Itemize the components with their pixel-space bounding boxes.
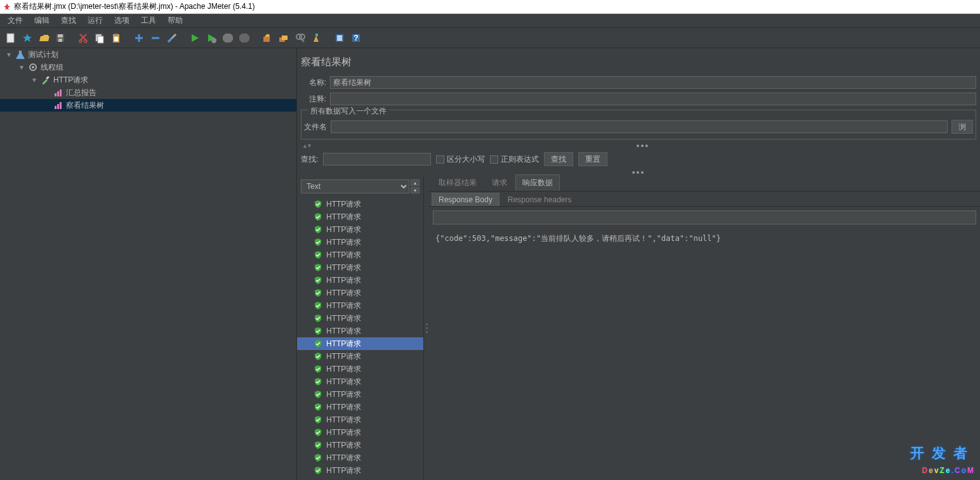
tb-shutdown[interactable]: [237, 31, 251, 45]
sample-result-row[interactable]: HTTP请求: [297, 401, 423, 413]
tb-cut[interactable]: [76, 31, 90, 45]
tab-request[interactable]: 请求: [485, 174, 514, 191]
sample-result-row[interactable]: HTTP请求: [297, 375, 423, 388]
results-list-panel: Text ▴ ▾ HTTP请求HTTP请求HTTP请求HTTP请求HTTP请求H…: [297, 176, 424, 480]
sample-result-label: HTTP请求: [326, 389, 361, 400]
tree-node[interactable]: ▾HTTP请求: [0, 74, 296, 86]
collapse-handle-1[interactable]: ▲▼ •••: [297, 142, 980, 150]
name-label: 名称:: [301, 77, 326, 88]
tb-function-helper[interactable]: [333, 31, 347, 45]
renderer-select[interactable]: Text: [301, 179, 409, 193]
scroll-up-button[interactable]: ▴: [411, 179, 420, 186]
svg-rect-30: [46, 76, 50, 80]
tree-node[interactable]: 汇总报告: [0, 86, 296, 99]
tb-start-no-timers[interactable]: [204, 31, 218, 45]
toolbar: ?: [0, 28, 980, 48]
tb-help[interactable]: ?: [349, 31, 363, 45]
regex-checkbox[interactable]: 正则表达式: [490, 154, 539, 165]
response-filter-input[interactable]: [433, 211, 976, 224]
tree-expander-icon[interactable]: ▾: [5, 50, 13, 59]
sample-result-row[interactable]: HTTP请求: [297, 299, 423, 312]
sample-result-label: HTTP请求: [326, 212, 361, 223]
collapse-triangles-icon: ▲▼: [302, 143, 311, 149]
tb-collapse[interactable]: [149, 31, 162, 45]
tb-search[interactable]: [293, 31, 307, 45]
sample-result-row[interactable]: HTTP请求: [297, 464, 423, 477]
filename-input[interactable]: [331, 120, 948, 133]
menu-run[interactable]: 运行: [83, 14, 108, 27]
menu-search[interactable]: 查找: [56, 14, 81, 27]
sample-result-row[interactable]: HTTP请求: [297, 451, 423, 464]
tb-open[interactable]: [37, 31, 51, 45]
tb-stop[interactable]: [221, 31, 235, 45]
tb-copy[interactable]: [93, 31, 107, 45]
sample-result-row[interactable]: HTTP请求: [297, 337, 423, 350]
svg-point-29: [32, 66, 34, 68]
menu-tools[interactable]: 工具: [136, 14, 161, 27]
sample-result-row[interactable]: HTTP请求: [297, 274, 423, 287]
result-tabs: 取样器结果 请求 响应数据: [429, 176, 980, 191]
sample-result-row[interactable]: HTTP请求: [297, 388, 423, 401]
sample-result-row[interactable]: HTTP请求: [297, 287, 423, 299]
sample-result-row[interactable]: HTTP请求: [297, 312, 423, 325]
sample-result-row[interactable]: HTTP请求: [297, 350, 423, 363]
tb-new[interactable]: [4, 31, 18, 45]
subtab-response-headers[interactable]: Response headers: [501, 193, 579, 206]
menu-edit[interactable]: 编辑: [29, 14, 55, 27]
sample-result-row[interactable]: HTTP请求: [297, 439, 423, 451]
search-input[interactable]: [323, 153, 431, 165]
tb-clear[interactable]: [260, 31, 274, 45]
sample-result-row[interactable]: HTTP请求: [297, 413, 423, 426]
sample-result-row[interactable]: HTTP请求: [297, 325, 423, 337]
name-input[interactable]: [330, 76, 976, 89]
menu-options[interactable]: 选项: [109, 14, 135, 27]
sample-result-row[interactable]: HTTP请求: [297, 236, 423, 249]
response-body-text[interactable]: {"code":503,"message":"当前排队人较多，请稍后再试！","…: [429, 228, 980, 480]
success-shield-icon: [314, 250, 322, 259]
success-shield-icon: [314, 212, 322, 221]
tb-templates[interactable]: [20, 31, 34, 45]
sample-result-row[interactable]: HTTP请求: [297, 249, 423, 261]
test-plan-tree[interactable]: ▾测试计划▾线程组▾HTTP请求汇总报告察看结果树: [0, 48, 297, 480]
tab-sampler-result[interactable]: 取样器结果: [432, 174, 484, 191]
collapse-handle-2[interactable]: •••: [297, 169, 980, 176]
menu-help[interactable]: 帮助: [162, 14, 188, 27]
subtab-response-body[interactable]: Response Body: [432, 193, 500, 206]
tree-expander-icon[interactable]: ▾: [30, 75, 38, 84]
sample-result-row[interactable]: HTTP请求: [297, 198, 423, 211]
sample-result-row[interactable]: HTTP请求: [297, 261, 423, 274]
sample-result-row[interactable]: HTTP请求: [297, 426, 423, 439]
menu-file[interactable]: 文件: [3, 14, 28, 27]
tb-clear-all[interactable]: [277, 31, 291, 45]
sample-result-label: HTTP请求: [326, 326, 361, 337]
browse-button[interactable]: 浏: [951, 120, 973, 134]
tree-node[interactable]: 察看结果树: [0, 99, 296, 112]
tree-expander-icon[interactable]: ▾: [18, 63, 25, 72]
tree-node[interactable]: ▾测试计划: [0, 48, 296, 61]
sample-result-row[interactable]: HTTP请求: [297, 223, 423, 236]
tb-expand[interactable]: [132, 31, 146, 45]
tree-node[interactable]: ▾线程组: [0, 61, 296, 74]
tb-reset-search[interactable]: [310, 31, 324, 45]
svg-rect-15: [263, 37, 270, 42]
search-button[interactable]: 查找: [544, 152, 573, 166]
tb-paste[interactable]: [109, 31, 123, 45]
case-sensitive-checkbox[interactable]: 区分大小写: [436, 154, 485, 165]
menubar: 文件 编辑 查找 运行 选项 工具 帮助: [0, 14, 980, 28]
comment-input[interactable]: [330, 93, 976, 105]
sample-result-row[interactable]: HTTP请求: [297, 211, 423, 223]
success-shield-icon: [314, 289, 322, 297]
tb-toggle[interactable]: [165, 31, 179, 45]
sample-result-list[interactable]: HTTP请求HTTP请求HTTP请求HTTP请求HTTP请求HTTP请求HTTP…: [297, 197, 423, 480]
tab-response-data[interactable]: 响应数据: [515, 174, 560, 191]
reset-button[interactable]: 重置: [578, 152, 607, 166]
vertical-splitter[interactable]: [424, 176, 429, 480]
search-row: 查找: 区分大小写 正则表达式 查找 重置: [297, 150, 980, 169]
scroll-down-button[interactable]: ▾: [411, 187, 420, 193]
svg-point-4: [79, 40, 82, 42]
tb-save[interactable]: [53, 31, 67, 45]
sample-result-row[interactable]: HTTP请求: [297, 363, 423, 375]
svg-rect-3: [58, 39, 62, 42]
tb-start[interactable]: [188, 31, 202, 45]
sample-result-label: HTTP请求: [326, 427, 361, 438]
